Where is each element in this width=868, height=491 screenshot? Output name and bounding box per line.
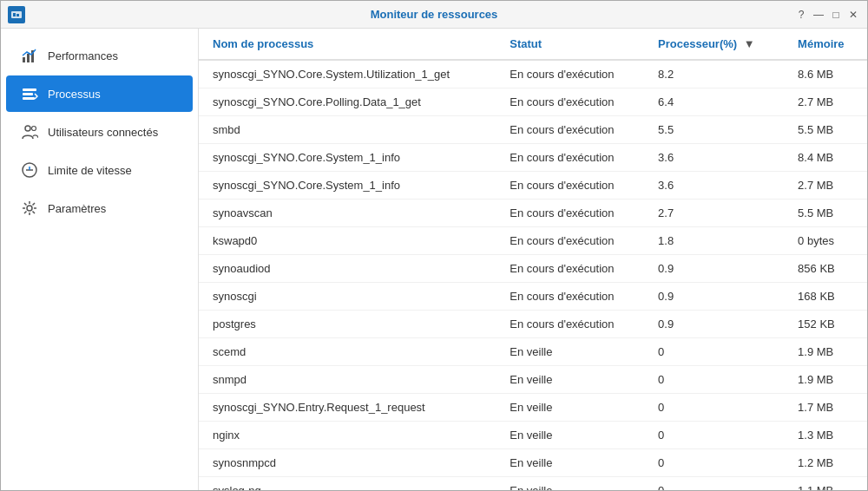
- table-row[interactable]: smbdEn cours d'exécution5.55.5 MB: [199, 116, 867, 144]
- sidebar-item-processus[interactable]: Processus: [6, 75, 193, 112]
- table-row[interactable]: snmpdEn veille01.9 MB: [199, 366, 867, 394]
- cell-memoire: 1.2 MB: [784, 449, 867, 477]
- close-button[interactable]: ✕: [846, 8, 860, 22]
- cell-statut: En veille: [496, 449, 644, 477]
- cell-processeur: 3.6: [644, 172, 784, 200]
- cell-nom: smbd: [199, 116, 496, 144]
- table-row[interactable]: syslog-ngEn veille01.1 MB: [199, 477, 867, 491]
- table-row[interactable]: synoscgi_SYNO.Core.System.Utilization_1_…: [199, 60, 867, 88]
- process-table-container[interactable]: Nom de processus Statut Processeur(%) ▼ …: [199, 29, 867, 490]
- minimize-button[interactable]: —: [812, 8, 825, 22]
- svg-point-10: [32, 127, 36, 131]
- cell-memoire: 152 KB: [784, 311, 867, 338]
- cell-processeur: 6.4: [644, 88, 784, 116]
- content-area: Performances Processus Utilisateurs conn…: [1, 29, 867, 490]
- cell-statut: En cours d'exécution: [496, 227, 644, 255]
- cell-statut: En cours d'exécution: [496, 144, 644, 172]
- table-body: synoscgi_SYNO.Core.System.Utilization_1_…: [199, 60, 867, 490]
- cell-nom: synosnmpcd: [199, 449, 496, 477]
- sidebar-item-label-parametres: Paramètres: [48, 202, 106, 215]
- sidebar-item-label-performances: Performances: [48, 49, 118, 62]
- settings-icon: [20, 199, 39, 218]
- cell-statut: En cours d'exécution: [496, 60, 644, 88]
- cell-statut: En veille: [496, 338, 644, 366]
- help-button[interactable]: ?: [794, 8, 808, 22]
- cell-memoire: 8.6 MB: [784, 60, 867, 88]
- cell-processeur: 1.8: [644, 227, 784, 255]
- cell-memoire: 1.9 MB: [784, 366, 867, 394]
- cell-processeur: 5.5: [644, 116, 784, 144]
- chart-icon: [20, 46, 39, 65]
- cell-statut: En cours d'exécution: [496, 200, 644, 227]
- table-row[interactable]: kswapd0En cours d'exécution1.80 bytes: [199, 227, 867, 255]
- cell-statut: En veille: [496, 477, 644, 491]
- svg-point-12: [27, 206, 32, 211]
- col-memoire[interactable]: Mémoire: [784, 29, 867, 60]
- table-row[interactable]: synoscgi_SYNO.Entry.Request_1_requestEn …: [199, 394, 867, 422]
- window-title: Moniteur de ressources: [371, 8, 498, 21]
- process-icon: [20, 84, 39, 103]
- cell-memoire: 856 KB: [784, 255, 867, 283]
- cell-memoire: 2.7 MB: [784, 88, 867, 116]
- cell-memoire: 0 bytes: [784, 227, 867, 255]
- cell-processeur: 0: [644, 338, 784, 366]
- cell-processeur: 0.9: [644, 283, 784, 311]
- table-row[interactable]: synosnmpcdEn veille01.2 MB: [199, 449, 867, 477]
- svg-rect-1: [13, 13, 16, 16]
- sidebar-item-label-utilisateurs: Utilisateurs connectés: [48, 126, 158, 139]
- sidebar-item-label-processus: Processus: [48, 88, 101, 101]
- sidebar-item-performances[interactable]: Performances: [6, 37, 193, 74]
- speed-icon: [20, 160, 39, 180]
- cell-processeur: 0: [644, 449, 784, 477]
- table-row[interactable]: synoaudiodEn cours d'exécution0.9856 KB: [199, 255, 867, 283]
- cell-nom: synoaudiod: [199, 255, 496, 283]
- table-row[interactable]: synoscgi_SYNO.Core.System_1_infoEn cours…: [199, 172, 867, 200]
- cell-nom: kswapd0: [199, 227, 496, 255]
- cell-memoire: 8.4 MB: [784, 144, 867, 172]
- cell-memoire: 168 KB: [784, 283, 867, 311]
- cell-nom: synoscgi_SYNO.Entry.Request_1_request: [199, 394, 496, 422]
- cell-nom: syslog-ng: [199, 477, 496, 491]
- cell-processeur: 0: [644, 477, 784, 491]
- process-table: Nom de processus Statut Processeur(%) ▼ …: [199, 29, 867, 490]
- svg-rect-6: [23, 88, 36, 91]
- cell-processeur: 0.9: [644, 311, 784, 338]
- maximize-button[interactable]: □: [829, 8, 843, 22]
- col-processeur[interactable]: Processeur(%) ▼: [644, 29, 784, 60]
- cell-nom: synoscgi: [199, 283, 496, 311]
- table-row[interactable]: nginxEn veille01.3 MB: [199, 422, 867, 449]
- sidebar-item-limite[interactable]: Limite de vitesse: [6, 152, 193, 188]
- cell-nom: scemd: [199, 338, 496, 366]
- title-bar-left: [8, 6, 25, 23]
- cell-memoire: 5.5 MB: [784, 116, 867, 144]
- table-row[interactable]: synoscgi_SYNO.Core.Polling.Data_1_getEn …: [199, 88, 867, 116]
- cell-memoire: 1.1 MB: [784, 477, 867, 491]
- cell-statut: En cours d'exécution: [496, 311, 644, 338]
- cell-memoire: 2.7 MB: [784, 172, 867, 200]
- users-icon: [20, 122, 39, 141]
- table-row[interactable]: synoavscanEn cours d'exécution2.75.5 MB: [199, 200, 867, 227]
- table-row[interactable]: postgresEn cours d'exécution0.9152 KB: [199, 311, 867, 338]
- col-statut[interactable]: Statut: [496, 29, 644, 60]
- cell-nom: synoscgi_SYNO.Core.System_1_info: [199, 144, 496, 172]
- sidebar-item-utilisateurs[interactable]: Utilisateurs connectés: [6, 114, 193, 150]
- cell-nom: nginx: [199, 422, 496, 449]
- table-row[interactable]: scemdEn veille01.9 MB: [199, 338, 867, 366]
- title-bar: Moniteur de ressources ? — □ ✕: [1, 1, 867, 29]
- cell-memoire: 1.3 MB: [784, 422, 867, 449]
- cell-memoire: 1.7 MB: [784, 394, 867, 422]
- table-row[interactable]: synoscgiEn cours d'exécution0.9168 KB: [199, 283, 867, 311]
- cell-statut: En cours d'exécution: [496, 88, 644, 116]
- cell-nom: postgres: [199, 311, 496, 338]
- sidebar-item-parametres[interactable]: Paramètres: [6, 190, 193, 226]
- col-nom[interactable]: Nom de processus: [199, 29, 496, 60]
- svg-rect-8: [23, 97, 35, 100]
- cell-processeur: 8.2: [644, 60, 784, 88]
- cell-memoire: 1.9 MB: [784, 338, 867, 366]
- cell-statut: En cours d'exécution: [496, 172, 644, 200]
- cell-processeur: 2.7: [644, 200, 784, 227]
- app-icon: [8, 6, 25, 23]
- table-row[interactable]: synoscgi_SYNO.Core.System_1_infoEn cours…: [199, 144, 867, 172]
- cell-nom: synoscgi_SYNO.Core.System_1_info: [199, 172, 496, 200]
- cell-nom: synoscgi_SYNO.Core.System.Utilization_1_…: [199, 60, 496, 88]
